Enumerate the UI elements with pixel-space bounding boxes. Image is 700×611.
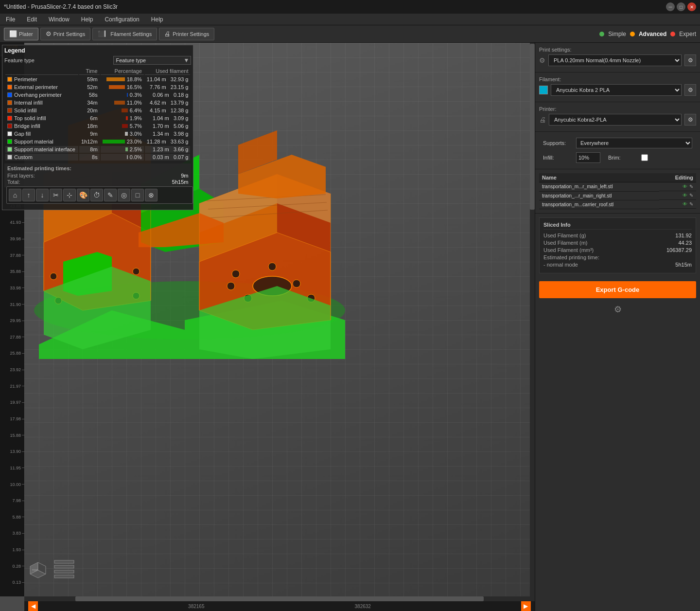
delete-icon[interactable]: ⊗ <box>145 189 158 201</box>
filament-select[interactable]: Anycubic Kobra 2 PLA <box>551 84 682 96</box>
printer-gear-btn[interactable]: ⚙ <box>684 114 696 126</box>
feature-type-select[interactable]: Feature type <box>113 56 191 65</box>
bottom-gear-icon[interactable]: ⚙ <box>614 304 622 315</box>
export-gcode-button[interactable]: Export G-code <box>539 281 696 298</box>
simple-mode-label[interactable]: Simple <box>608 31 626 37</box>
minimize-button[interactable]: ─ <box>666 2 675 11</box>
feature-color-dot <box>7 85 12 90</box>
menu-edit[interactable]: Edit <box>25 15 39 24</box>
filament-section: Filament: Anycubic Kobra 2 PLA ⚙ <box>535 72 700 102</box>
supports-infill-section: Supports: Everywhere Infill: Brim: <box>535 132 700 169</box>
layers-icon[interactable] <box>52 557 76 580</box>
printer-icon: 🖨 <box>539 116 546 124</box>
total-row: Total: 5h15m <box>7 179 188 185</box>
printer-section: Printer: 🖨 Anycubic Kobra2-PLA ⚙ <box>535 102 700 132</box>
v-scrollbar-thumb[interactable] <box>530 44 535 210</box>
legend-pct: 3.0% <box>101 130 144 137</box>
menu-help[interactable]: Help <box>79 15 95 24</box>
print-time-label: Estimated printing time: <box>543 254 599 260</box>
feature-type-select-wrapper[interactable]: Feature type ▼ <box>113 56 191 65</box>
menu-window[interactable]: Window <box>47 15 71 24</box>
h-scrollbar-thumb[interactable] <box>75 596 484 601</box>
table-row[interactable]: transportation_m...r_main_left.stl 👁 ✎ <box>539 182 696 192</box>
close-button[interactable]: ✕ <box>687 2 696 11</box>
scroll-right-arrow[interactable]: ▶ <box>521 601 531 611</box>
filament-settings-button[interactable]: ⬛▎ Filament Settings <box>92 28 157 40</box>
edit-icon[interactable]: ✎ <box>689 184 693 189</box>
filament-gear-btn[interactable]: ⚙ <box>684 84 696 96</box>
nav-cube[interactable]: TOP <box>26 557 50 580</box>
feature-color-dot <box>7 100 12 105</box>
object-editing[interactable]: 👁 ✎ <box>659 191 696 200</box>
print-settings-button[interactable]: ⚙ Print Settings <box>40 28 90 40</box>
eye-icon[interactable]: 👁 <box>682 184 687 189</box>
print-settings-section: Print settings: ⚙ PLA 0.20mm Normal(0.4m… <box>535 43 700 72</box>
print-settings-gear-btn[interactable]: ⚙ <box>684 54 696 66</box>
printer-row: 🖨 Anycubic Kobra2-PLA ⚙ <box>539 114 696 126</box>
filament-mm3-row: Used Filament (mm³) 106387.29 <box>543 247 692 253</box>
legend-row: Perimeter 59m 18.8% 11.04 m 32.93 g <box>5 76 190 83</box>
select-icon[interactable]: ◎ <box>118 189 130 201</box>
object-icon[interactable]: □ <box>131 189 144 201</box>
legend-feature-name: Bridge infill <box>5 123 78 129</box>
app-title: *Untitled - PrusaSlicer-2.7.4 based on S… <box>4 3 118 10</box>
move-icon[interactable]: ⊹ <box>63 189 76 201</box>
legend-title: Legend <box>4 47 25 54</box>
print-settings-select[interactable]: PLA 0.20mm Normal(0.4mm Nozzle) <box>548 54 682 66</box>
legend-pct: 2.5% <box>101 146 144 153</box>
brim-checkbox[interactable] <box>641 154 648 161</box>
cut-icon[interactable]: ✂ <box>50 189 62 201</box>
scroll-right-btn[interactable]: ▶ <box>521 601 531 611</box>
edit-icon[interactable]: ✎ <box>689 193 693 198</box>
legend-time: 58s <box>79 91 100 98</box>
legend-table: Time Percentage Used filament Perimeter … <box>4 67 191 162</box>
object-editing[interactable]: 👁 ✎ <box>659 182 696 191</box>
v-scrollbar[interactable] <box>530 43 535 596</box>
eye-icon[interactable]: 👁 <box>682 201 687 207</box>
paint-icon[interactable]: 🎨 <box>77 189 89 201</box>
maximize-button[interactable]: □ <box>677 2 685 11</box>
legend-time: 6m <box>79 115 100 122</box>
table-row[interactable]: transportation_m...carrier_roof.stl 👁 ✎ <box>539 200 696 209</box>
legend-time: 8m <box>79 146 100 153</box>
home-icon[interactable]: ⌂ <box>9 189 21 201</box>
printer-settings-button[interactable]: 🖨 Printer Settings <box>159 28 214 40</box>
legend-time: 18m <box>79 123 100 129</box>
edit-icon[interactable]: ✎ <box>104 189 117 201</box>
edit-icon[interactable]: ✎ <box>689 201 693 207</box>
advanced-mode-label[interactable]: Advanced <box>639 31 666 37</box>
eye-icon[interactable]: 👁 <box>682 193 687 198</box>
scale-icon[interactable]: ↓ <box>36 189 49 201</box>
expert-mode-label[interactable]: Expert <box>679 31 696 37</box>
legend-time: 9m <box>79 130 100 137</box>
menu-configuration[interactable]: Configuration <box>103 15 141 24</box>
rotate-icon[interactable]: ↑ <box>22 189 35 201</box>
timer-icon[interactable]: ⏱ <box>90 189 103 201</box>
objects-table: Name Editing transportation_m...r_main_l… <box>539 173 696 209</box>
scroll-left-arrow[interactable]: ◀ <box>28 601 38 611</box>
menu-help2[interactable]: Help <box>149 15 165 24</box>
feature-label: External perimeter <box>14 84 58 90</box>
legend-row: Support material 1h12m 23.0% 11.28 m 33.… <box>5 138 190 145</box>
printer-select[interactable]: Anycubic Kobra2-PLA <box>549 114 682 126</box>
object-name: transportation_...r_main_right.stl <box>539 191 659 200</box>
supports-select[interactable]: Everywhere <box>576 138 692 148</box>
filament-g-row: Used Filament (g) 131.92 <box>543 233 692 238</box>
h-scrollbar[interactable] <box>24 596 535 601</box>
infill-input[interactable] <box>576 152 600 163</box>
infill-label: Infill: <box>543 155 572 161</box>
plater-button[interactable]: ⬜ Plater <box>4 28 38 40</box>
legend-feature-name: Perimeter <box>5 76 78 83</box>
object-editing[interactable]: 👁 ✎ <box>659 200 696 209</box>
legend-filament: 7.76 m 23.15 g <box>145 84 191 90</box>
viewport[interactable]: 60.08 (706) <box>0 43 535 611</box>
legend-pct: 18.8% <box>101 76 144 83</box>
table-row[interactable]: transportation_...r_main_right.stl 👁 ✎ <box>539 191 696 200</box>
svg-text:TOP: TOP <box>32 569 38 572</box>
editing-col-header: Editing <box>659 173 696 182</box>
filament-row: Anycubic Kobra 2 PLA ⚙ <box>539 84 696 96</box>
menu-file[interactable]: File <box>4 15 17 24</box>
feature-label: Support material <box>14 139 53 144</box>
scroll-left-btn[interactable]: ◀ <box>28 601 38 611</box>
filament-g-value: 131.92 <box>675 233 692 238</box>
